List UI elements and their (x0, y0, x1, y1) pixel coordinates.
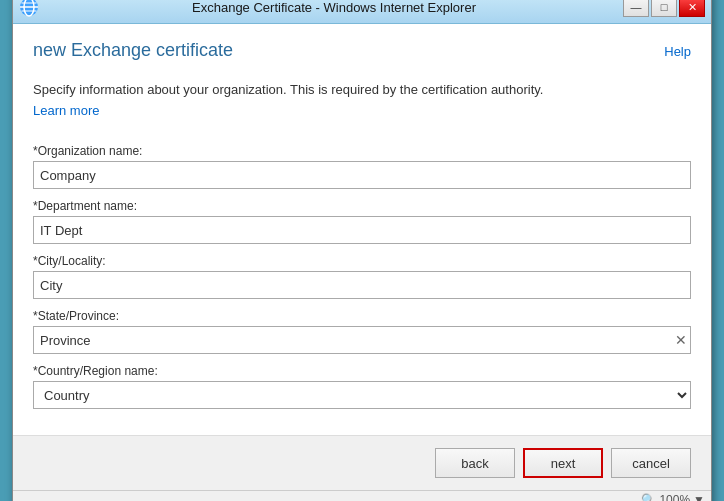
ie-icon (19, 0, 39, 17)
country-select[interactable]: Country United States United Kingdom Ger… (33, 381, 691, 409)
org-name-input[interactable] (33, 161, 691, 189)
minimize-button[interactable]: — (623, 0, 649, 17)
state-field-group: *State/Province: ✕ (33, 309, 691, 354)
title-bar: Exchange Certificate - Windows Internet … (13, 0, 711, 24)
org-name-field-group: *Organization name: (33, 144, 691, 189)
svg-point-0 (20, 0, 38, 16)
main-window: Exchange Certificate - Windows Internet … (12, 0, 712, 501)
country-label: *Country/Region name: (33, 364, 691, 378)
state-clear-button[interactable]: ✕ (675, 333, 687, 347)
learn-more-link[interactable]: Learn more (33, 103, 691, 118)
content-area: new Exchange certificate Help Specify in… (13, 24, 711, 435)
city-label: *City/Locality: (33, 254, 691, 268)
next-button[interactable]: next (523, 448, 603, 478)
status-bar: 🔍 100% ▼ (13, 490, 711, 501)
page-title: new Exchange certificate (33, 40, 233, 61)
cancel-button[interactable]: cancel (611, 448, 691, 478)
city-field-group: *City/Locality: (33, 254, 691, 299)
footer: back next cancel (13, 435, 711, 490)
dept-name-label: *Department name: (33, 199, 691, 213)
zoom-dropdown-icon[interactable]: ▼ (693, 493, 705, 501)
state-input-wrapper: ✕ (33, 326, 691, 354)
close-button[interactable]: ✕ (679, 0, 705, 17)
zoom-icon: 🔍 (641, 493, 656, 501)
window-controls: — □ ✕ (623, 0, 705, 17)
back-button[interactable]: back (435, 448, 515, 478)
state-input[interactable] (33, 326, 691, 354)
zoom-section: 🔍 100% ▼ (641, 493, 705, 501)
org-name-label: *Organization name: (33, 144, 691, 158)
zoom-level: 100% (659, 493, 690, 501)
dept-name-field-group: *Department name: (33, 199, 691, 244)
header-area: new Exchange certificate Help (33, 40, 691, 81)
state-label: *State/Province: (33, 309, 691, 323)
maximize-button[interactable]: □ (651, 0, 677, 17)
city-input[interactable] (33, 271, 691, 299)
form-section: *Organization name: *Department name: *C… (33, 144, 691, 419)
dept-name-input[interactable] (33, 216, 691, 244)
window-title: Exchange Certificate - Windows Internet … (45, 0, 623, 15)
help-link[interactable]: Help (664, 44, 691, 59)
description-text: Specify information about your organizat… (33, 81, 691, 99)
country-field-group: *Country/Region name: Country United Sta… (33, 364, 691, 409)
